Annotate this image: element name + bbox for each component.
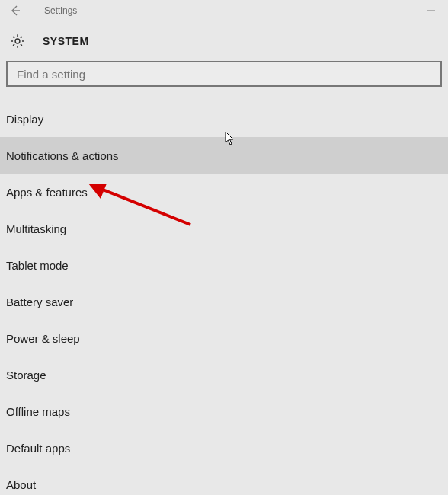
settings-item-label: Storage bbox=[6, 369, 46, 382]
settings-item-display[interactable]: Display bbox=[0, 101, 448, 137]
titlebar: Settings bbox=[0, 0, 448, 21]
settings-item-about[interactable]: About bbox=[0, 466, 448, 495]
settings-item-offline-maps[interactable]: Offline maps bbox=[0, 393, 448, 430]
settings-item-label: Apps & features bbox=[6, 186, 88, 199]
settings-item-multitasking[interactable]: Multitasking bbox=[0, 210, 448, 247]
settings-item-label: Default apps bbox=[6, 442, 70, 455]
settings-item-label: Display bbox=[6, 113, 43, 126]
window-title: Settings bbox=[44, 5, 77, 16]
search-container bbox=[6, 61, 442, 87]
settings-item-battery-saver[interactable]: Battery saver bbox=[0, 283, 448, 320]
svg-point-1 bbox=[15, 39, 20, 43]
settings-item-storage[interactable]: Storage bbox=[0, 356, 448, 393]
minimize-button[interactable] bbox=[414, 0, 448, 21]
settings-list: DisplayNotifications & actionsApps & fea… bbox=[0, 101, 448, 495]
minimize-icon bbox=[427, 6, 436, 15]
settings-item-power-sleep[interactable]: Power & sleep bbox=[0, 320, 448, 356]
page-header: SYSTEM bbox=[0, 26, 448, 56]
settings-item-label: Notifications & actions bbox=[6, 149, 119, 162]
settings-item-label: Tablet mode bbox=[6, 259, 69, 272]
settings-item-label: Battery saver bbox=[6, 295, 73, 308]
search-input[interactable] bbox=[6, 61, 442, 87]
settings-item-label: Power & sleep bbox=[6, 332, 80, 345]
settings-item-label: Offline maps bbox=[6, 405, 70, 418]
settings-item-tablet-mode[interactable]: Tablet mode bbox=[0, 247, 448, 283]
page-title: SYSTEM bbox=[43, 35, 89, 47]
settings-item-apps-features[interactable]: Apps & features bbox=[0, 174, 448, 210]
back-button[interactable] bbox=[6, 2, 24, 20]
settings-item-default-apps[interactable]: Default apps bbox=[0, 430, 448, 466]
gear-icon bbox=[8, 31, 27, 51]
settings-item-label: Multitasking bbox=[6, 222, 66, 235]
back-arrow-icon bbox=[9, 5, 21, 17]
settings-item-label: About bbox=[6, 478, 36, 491]
settings-item-notifications-actions[interactable]: Notifications & actions bbox=[0, 137, 448, 174]
